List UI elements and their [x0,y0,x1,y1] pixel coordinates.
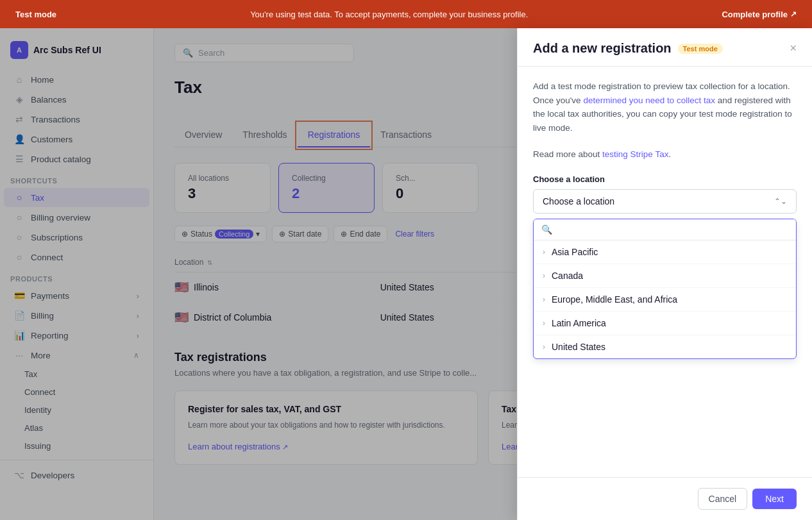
collect-tax-link[interactable]: determined you need to collect tax [583,96,715,105]
dropdown-item-label: United States [552,342,605,352]
expand-icon: › [543,295,545,304]
complete-profile-link[interactable]: Complete profile [722,10,797,19]
read-more-suffix: . [668,149,671,159]
location-dropdown: 🔍 › Asia Pacific › Canada › Europe, Midd… [533,219,797,359]
dropdown-item-label: Canada [552,271,583,281]
test-mode-badge: Test mode [678,44,723,54]
modal-panel: Add a new registration Test mode × Add a… [517,28,812,520]
expand-icon: › [543,342,545,351]
next-button[interactable]: Next [752,489,797,509]
dropdown-item-europe[interactable]: › Europe, Middle East, and Africa [534,288,796,312]
modal-footer: Cancel Next [518,477,812,520]
cancel-button[interactable]: Cancel [698,488,748,510]
location-select-placeholder: Choose a location [543,196,614,206]
modal-title: Add a new registration [533,41,672,56]
modal-body: Add a test mode registration to preview … [518,67,812,477]
modal-read-more: Read more about testing Stripe Tax. [533,147,797,162]
dropdown-item-label: Europe, Middle East, and Africa [552,294,677,305]
dropdown-item-label: Asia Pacific [552,247,598,257]
dropdown-item-label: Latin America [552,318,606,328]
top-banner: Test mode You're using test data. To acc… [0,0,812,28]
dropdown-item-asia-pacific[interactable]: › Asia Pacific [534,240,796,264]
modal-description: Add a test mode registration to preview … [533,80,797,135]
expand-icon: › [543,319,545,328]
dropdown-item-latin-america[interactable]: › Latin America [534,312,796,335]
expand-icon: › [543,247,545,256]
location-select[interactable]: Choose a location ⌃⌄ [533,189,797,214]
dropdown-search: 🔍 [534,219,796,240]
banner-left: Test mode [15,10,56,19]
select-arrows-icon: ⌃⌄ [774,197,787,206]
banner-center: You're using test data. To accept paymen… [56,10,722,19]
dropdown-item-united-states[interactable]: › United States [534,335,796,358]
testing-stripe-tax-link[interactable]: testing Stripe Tax [602,149,668,159]
dropdown-item-canada[interactable]: › Canada [534,264,796,288]
modal-header: Add a new registration Test mode × [518,28,812,67]
expand-icon: › [543,271,545,280]
read-more-prefix: Read more about [533,149,602,159]
dropdown-search-icon: 🔍 [541,224,552,235]
modal-close-button[interactable]: × [790,42,797,55]
modal-title-row: Add a new registration Test mode [533,41,723,56]
location-section-label: Choose a location [533,174,797,184]
dropdown-search-input[interactable] [557,224,788,235]
